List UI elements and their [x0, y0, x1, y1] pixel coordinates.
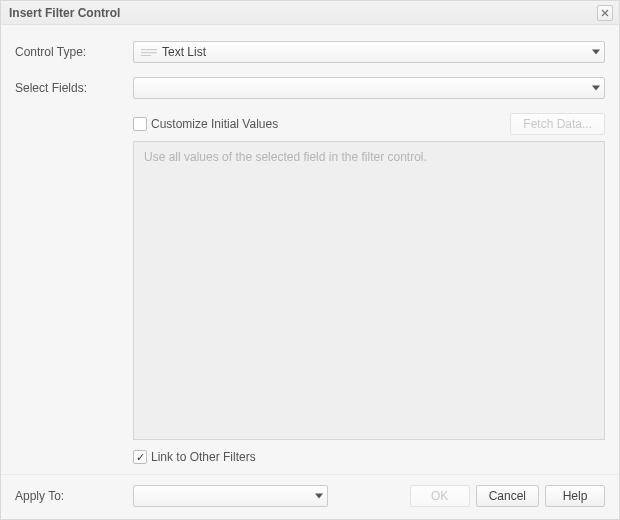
fetch-data-label: Fetch Data...	[523, 117, 592, 131]
select-fields-label: Select Fields:	[15, 81, 133, 95]
customize-initial-values-checkbox[interactable]	[133, 117, 147, 131]
chevron-down-icon	[592, 86, 600, 91]
svg-rect-2	[141, 55, 151, 56]
help-label: Help	[563, 489, 588, 503]
chevron-down-icon	[592, 50, 600, 55]
titlebar: Insert Filter Control	[1, 1, 619, 25]
apply-to-label: Apply To:	[15, 489, 133, 503]
link-filters-row: Link to Other Filters	[133, 450, 605, 464]
initial-values-placeholder: Use all values of the selected field in …	[144, 150, 427, 164]
cancel-label: Cancel	[489, 489, 526, 503]
dialog-title: Insert Filter Control	[9, 6, 597, 20]
initial-values-area[interactable]: Use all values of the selected field in …	[133, 141, 605, 440]
link-to-other-filters-checkbox[interactable]	[133, 450, 147, 464]
ok-button[interactable]: OK	[410, 485, 470, 507]
customize-row: Customize Initial Values Fetch Data...	[133, 113, 605, 135]
control-type-row: Control Type: Text List	[15, 41, 605, 63]
select-fields-row: Select Fields:	[15, 77, 605, 99]
dialog-body: Control Type: Text List Select Fields	[1, 25, 619, 474]
svg-rect-1	[141, 52, 157, 53]
ok-label: OK	[431, 489, 448, 503]
action-buttons: OK Cancel Help	[410, 485, 605, 507]
control-type-value: Text List	[162, 45, 206, 59]
chevron-down-icon	[315, 494, 323, 499]
close-icon	[601, 9, 609, 17]
control-type-label: Control Type:	[15, 45, 133, 59]
text-list-icon	[140, 48, 158, 56]
select-fields-dropdown[interactable]	[133, 77, 605, 99]
svg-rect-0	[141, 49, 157, 50]
fetch-data-button[interactable]: Fetch Data...	[510, 113, 605, 135]
customize-initial-values-label: Customize Initial Values	[151, 117, 278, 131]
help-button[interactable]: Help	[545, 485, 605, 507]
cancel-button[interactable]: Cancel	[476, 485, 539, 507]
dialog-footer: Apply To: OK Cancel Help	[1, 474, 619, 519]
insert-filter-control-dialog: Insert Filter Control Control Type:	[0, 0, 620, 520]
close-button[interactable]	[597, 5, 613, 21]
control-type-dropdown[interactable]: Text List	[133, 41, 605, 63]
apply-to-dropdown[interactable]	[133, 485, 328, 507]
link-to-other-filters-label: Link to Other Filters	[151, 450, 256, 464]
